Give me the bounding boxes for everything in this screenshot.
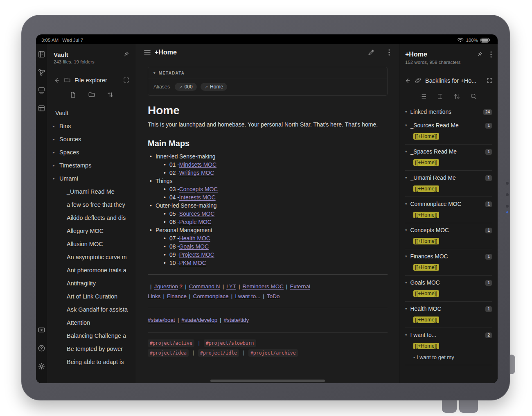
- state-tag-state-tidy[interactable]: #state/tidy: [224, 317, 249, 323]
- bullet-icon: •: [150, 226, 156, 235]
- table-view-icon[interactable]: [38, 104, 45, 112]
- mention-header[interactable]: ▾Finances MOC1: [405, 253, 492, 260]
- tree-item-aikido-deflects-and-dis[interactable]: Aikido deflects and dis: [47, 211, 136, 224]
- mention-match-highlight[interactable]: [[+Home]]: [413, 212, 439, 218]
- tree-item-vault[interactable]: Vault: [47, 106, 136, 120]
- more-options-icon[interactable]: [388, 49, 390, 56]
- tree-item-ant-pheromone-trails-a[interactable]: Ant pheromone trails a: [47, 264, 136, 277]
- horizontal-scrollbar[interactable]: [210, 380, 325, 382]
- new-folder-icon[interactable]: [88, 91, 95, 98]
- map-item-link[interactable]: Sources MOC: [179, 210, 215, 218]
- tree-item-umami[interactable]: ▾Umami: [47, 172, 136, 185]
- map-item-link[interactable]: People MOC: [179, 218, 212, 226]
- quick-link-todo[interactable]: ToDo: [267, 293, 280, 299]
- project-tag-project-idle[interactable]: #project/idle: [198, 349, 239, 357]
- graph-view-icon[interactable]: [38, 68, 45, 76]
- tree-item-allusion-moc[interactable]: Allusion MOC: [47, 237, 136, 251]
- back-arrow-icon[interactable]: [404, 77, 411, 84]
- project-tag-project-idea[interactable]: #project/idea: [148, 349, 189, 357]
- mention-header[interactable]: ▾Goals MOC1: [405, 280, 492, 286]
- bullet-list-icon[interactable]: [420, 93, 427, 100]
- mention-match-highlight[interactable]: [[+Home]]: [413, 343, 439, 349]
- tree-item-be-tempted-by-power[interactable]: Be tempted by power: [47, 342, 136, 355]
- alias-chip-000[interactable]: ↗000: [175, 83, 196, 91]
- slides-icon[interactable]: [38, 326, 45, 334]
- map-item-link[interactable]: Goals MOC: [179, 243, 209, 251]
- tree-item-antifragility[interactable]: Antifragility: [47, 277, 136, 290]
- quick-link-command-n[interactable]: Command N: [189, 283, 220, 289]
- map-item-link[interactable]: PKM MOC: [179, 259, 206, 267]
- map-item-prefix: 10 -: [169, 259, 179, 267]
- quick-link-reminders-moc[interactable]: Reminders MOC: [242, 283, 284, 289]
- mention-header[interactable]: ▾_Umami Read Me1: [405, 175, 492, 181]
- tree-item-umami-read-me[interactable]: _Umami Read Me: [47, 185, 136, 198]
- tree-item-an-asymptotic-curve-m[interactable]: An asymptotic curve m: [47, 251, 136, 264]
- mention-header[interactable]: ▾_Sources Read Me1: [405, 122, 492, 129]
- help-icon[interactable]: [38, 344, 45, 352]
- mention-header[interactable]: ▾Commonplace MOC1: [405, 201, 492, 207]
- sort-order-icon[interactable]: [107, 91, 114, 98]
- collapse-arrow-icon: ▸: [53, 164, 56, 167]
- quick-link-lyt[interactable]: LYT: [226, 283, 236, 289]
- mention-match-highlight[interactable]: [[+Home]]: [413, 238, 439, 244]
- quick-link-question[interactable]: #question: [154, 283, 178, 289]
- map-item-link[interactable]: Projects MOC: [179, 251, 214, 259]
- tree-item-attention[interactable]: Attention: [47, 316, 136, 329]
- expand-icon[interactable]: [123, 77, 129, 83]
- tree-item-label: Ant pheromone trails a: [67, 267, 126, 274]
- metadata-header[interactable]: ▾ METADATA: [148, 67, 387, 79]
- edit-pencil-icon[interactable]: [367, 49, 375, 56]
- mention-match-highlight[interactable]: [[+Home]]: [413, 317, 439, 323]
- tree-item-being-able-to-adapt-is[interactable]: Being able to adapt is: [47, 355, 136, 369]
- sort-order-icon[interactable]: [453, 93, 460, 100]
- mention-match-highlight[interactable]: [[+Home]]: [413, 264, 439, 271]
- quick-link-i-want-to[interactable]: I want to...: [235, 293, 260, 299]
- map-item-link[interactable]: Health MOC: [179, 235, 210, 243]
- pin-icon[interactable]: [476, 51, 483, 58]
- quick-link-finance[interactable]: Finance: [167, 293, 187, 299]
- tree-item-art-of-link-curation[interactable]: Art of Link Curation: [47, 290, 136, 303]
- tree-item-ask-gandalf-for-assista[interactable]: Ask Gandalf for assista: [47, 303, 136, 316]
- state-tag-state-boat[interactable]: #state/boat: [148, 317, 175, 323]
- linked-mentions-header[interactable]: ▾ Linked mentions 24: [399, 104, 498, 118]
- mention-match-row: [[+Home]]: [413, 158, 492, 166]
- new-note-icon[interactable]: [70, 91, 77, 98]
- show-context-icon[interactable]: [437, 93, 444, 100]
- tree-item-allegory-moc[interactable]: Allegory MOC: [47, 224, 136, 237]
- tree-item-label: a few so free that they: [67, 201, 125, 208]
- map-item-link[interactable]: Interests MOC: [179, 194, 216, 202]
- tree-item-a-few-so-free-that-they[interactable]: a few so free that they: [47, 198, 136, 211]
- map-item-link[interactable]: Mindsets MOC: [179, 161, 216, 169]
- tree-item-spaces[interactable]: ▸Spaces: [47, 146, 136, 159]
- mention-header[interactable]: ▾Health MOC1: [405, 306, 492, 312]
- mention-match-highlight[interactable]: [[+Home]]: [413, 185, 439, 192]
- search-icon[interactable]: [470, 93, 477, 100]
- quick-switcher-icon[interactable]: [38, 50, 45, 58]
- map-item-link[interactable]: Writings MOC: [179, 169, 214, 177]
- mention-match-highlight[interactable]: [[+Home]]: [413, 159, 439, 166]
- settings-gear-icon[interactable]: [38, 362, 45, 370]
- tree-item-bins[interactable]: ▸Bins: [47, 120, 136, 133]
- project-tag-project-slowburn[interactable]: #project/slowburn: [204, 339, 256, 347]
- mention-header[interactable]: ▾I want to...2: [405, 332, 492, 338]
- tree-item-balancing-challenge-a[interactable]: Balancing Challenge a: [47, 329, 136, 342]
- back-arrow-icon[interactable]: [54, 77, 60, 84]
- mention-header[interactable]: ▾_Spaces Read Me1: [405, 149, 492, 155]
- pin-icon[interactable]: [122, 51, 129, 58]
- hamburger-menu-icon[interactable]: [144, 49, 151, 56]
- project-tag-project-archive[interactable]: #project/archive: [248, 349, 298, 357]
- mention-match-highlight[interactable]: [[+Home]]: [413, 290, 439, 297]
- tree-item-sources[interactable]: ▸Sources: [47, 133, 136, 146]
- project-tag-project-active[interactable]: #project/active: [148, 339, 194, 347]
- mention-header[interactable]: ▾Concepts MOC1: [405, 227, 492, 233]
- mention-match-highlight[interactable]: [[+Home]]: [413, 133, 439, 140]
- expand-icon[interactable]: [487, 77, 493, 84]
- map-item-link[interactable]: Concepts MOC: [179, 185, 218, 194]
- tree-item-timestamps[interactable]: ▸Timestamps: [47, 159, 136, 172]
- quick-link-commonplace[interactable]: Commonplace: [193, 293, 229, 299]
- tree-item-label: Be tempted by power: [67, 346, 123, 352]
- alias-chip-home[interactable]: ↗Home: [201, 83, 227, 91]
- more-options-icon[interactable]: [490, 51, 492, 58]
- stacked-panels-icon[interactable]: [38, 86, 45, 94]
- state-tag-state-develop[interactable]: #state/develop: [181, 317, 217, 323]
